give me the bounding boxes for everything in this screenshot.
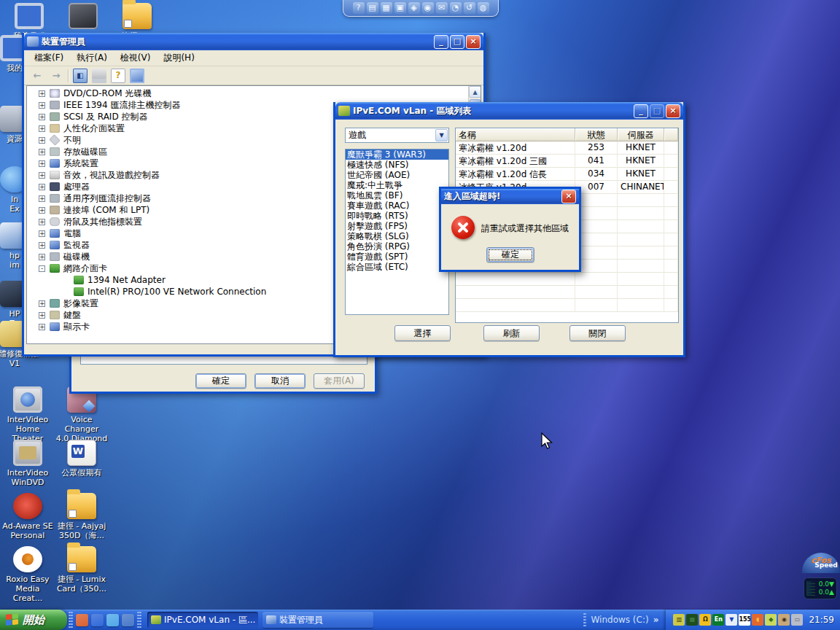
help-icon[interactable]: ? [353, 2, 365, 14]
tree-expander-icon[interactable]: + [39, 324, 45, 330]
close-icon[interactable]: × [561, 190, 576, 203]
help-icon[interactable]: ? [111, 69, 125, 83]
table-row[interactable]: 寒冰霸權 v1.20d 信長034HKNET [456, 168, 678, 181]
game-list-item[interactable]: 極速快感 (NFS) [346, 160, 448, 170]
menu-item[interactable]: 檢視(V) [114, 50, 157, 66]
shortcut-lumix-folder-icon[interactable]: 捷徑 - LumixCard（350... [54, 546, 109, 594]
chevron-down-icon[interactable]: ▼ [435, 129, 448, 141]
game-list-item[interactable]: 即時戰略 (RTS) [346, 211, 448, 221]
tree-expander-icon[interactable]: + [39, 230, 45, 237]
tree-expander-icon[interactable]: + [39, 184, 45, 190]
game-list-item[interactable]: 射擊遊戲 (FPS) [346, 221, 448, 231]
chevron-expand-icon[interactable]: » [653, 615, 659, 625]
tree-expander-icon[interactable]: + [39, 300, 45, 307]
tree-expander-icon[interactable]: + [39, 114, 45, 120]
drive-toolbar-label[interactable]: Windows (C:) [591, 615, 648, 625]
phone-icon[interactable]: ◍ [478, 2, 489, 14]
speaker-tray-icon[interactable]: ◉ [778, 614, 790, 626]
show-panel-icon[interactable]: ◧ [73, 69, 88, 83]
v7-tray-icon[interactable]: ▼ [726, 614, 737, 626]
shortcut-aajyaj-folder-icon[interactable]: 捷徑 - Aajyaj350D（海... [54, 493, 109, 540]
minimize-button[interactable]: _ [434, 35, 448, 49]
game-category-dropdown[interactable]: 遊戲 ▼ [345, 128, 449, 143]
tree-expander-icon[interactable]: + [39, 242, 45, 249]
task-button[interactable]: IPvE.COM vLan - 區... [147, 612, 258, 628]
voice-changer-icon[interactable]: Voice Changer4.0 Diamond [54, 386, 109, 443]
task-button[interactable]: 裝置管理員 [262, 612, 373, 628]
tree-expander-icon[interactable]: + [39, 160, 45, 167]
tree-expander-icon[interactable]: + [39, 137, 45, 144]
drive-icon[interactable]: ▤ [367, 2, 378, 14]
close-button[interactable]: × [466, 35, 481, 49]
ok-button[interactable]: 確定 [486, 247, 534, 262]
game-list-item[interactable]: 戰地風雲 (BF) [346, 190, 448, 201]
forward-icon[interactable]: → [49, 69, 63, 83]
browser-icon[interactable]: ◔ [450, 2, 462, 14]
game-list-item[interactable]: 世紀帝國 (AOE) [346, 170, 448, 180]
tree-expander-icon[interactable]: + [39, 207, 45, 214]
tree-expander-icon[interactable]: + [39, 125, 45, 132]
cfos-traffic-gauge[interactable]: 0.0▼ 0.0▲ [804, 578, 837, 599]
game-list-item[interactable]: 賽車遊戲 (RAC) [346, 201, 448, 211]
table-row[interactable]: 寒冰霸權 v1.20d 三國041HKNET [456, 155, 678, 168]
back-icon[interactable]: ← [30, 69, 44, 83]
fish-tray-icon[interactable]: ◖ [752, 614, 763, 626]
cfos-speed-widget[interactable]: cFos Speed [802, 553, 840, 573]
lang-en-indicator[interactable]: En [712, 614, 724, 626]
column-header[interactable]: 伺服器 [618, 128, 664, 141]
game-list-item[interactable]: 綜合區域 (ETC) [346, 262, 448, 272]
close-button[interactable]: × [666, 104, 680, 118]
minimize-button[interactable]: _ [634, 104, 648, 118]
toolbar-grip[interactable] [583, 612, 586, 627]
game-list-item[interactable]: 角色扮演 (RPG) [346, 241, 448, 252]
column-header[interactable] [664, 128, 678, 141]
close-button[interactable]: 關閉 [569, 325, 626, 341]
table-row[interactable]: 寒冰霸權 v1.20d253HKNET [456, 141, 678, 155]
printer-tray-icon[interactable]: ▭ [791, 614, 803, 626]
tree-expander-icon[interactable]: + [39, 90, 45, 97]
print-icon[interactable] [92, 69, 106, 83]
media-player-icon[interactable]: ◉ [422, 2, 434, 14]
camera-icon[interactable]: ◈ [408, 2, 420, 14]
menu-item[interactable]: 檔案(F) [28, 50, 69, 66]
computer-icon[interactable] [130, 69, 144, 83]
refresh-button[interactable]: 刷新 [483, 325, 540, 341]
ok-button[interactable]: 確定 [195, 373, 246, 389]
maximize-button[interactable]: □ [450, 35, 464, 49]
nvidia-tray-icon[interactable]: ◆ [765, 614, 777, 626]
column-header[interactable]: 狀態 [575, 128, 618, 141]
intervideo-windvd-icon[interactable]: InterVideoWinDVD [0, 440, 55, 487]
tree-expander-icon[interactable]: + [39, 102, 45, 109]
mail-icon[interactable]: ✉ [436, 2, 448, 14]
game-list-item[interactable]: 策略戰棋 (SLG) [346, 231, 448, 241]
intervideo-home-theater-icon[interactable]: InterVideoHome Theater [0, 386, 55, 443]
grid-tray-icon[interactable]: ▦ [686, 614, 698, 626]
notes-icon[interactable]: ▦ [381, 2, 392, 14]
menu-item[interactable]: 執行(A) [71, 50, 113, 66]
game-list-item[interactable]: 魔戒:中土戰爭 [346, 180, 448, 190]
menu-item[interactable]: 說明(H) [158, 50, 200, 66]
tree-expander-icon[interactable]: - [39, 265, 45, 272]
media-quicklaunch-icon[interactable] [76, 614, 88, 626]
adaware-icon[interactable]: Ad-Aware SEPersonal [0, 493, 55, 540]
tree-expander-icon[interactable]: + [39, 254, 45, 260]
device-tree-item[interactable]: +DVD/CD-ROM 光碟機 [28, 88, 467, 99]
counter-155-icon[interactable]: 155 [739, 614, 750, 626]
vlan-tray-icon[interactable]: ▥ [673, 614, 685, 626]
tree-expander-icon[interactable]: + [39, 172, 45, 179]
vlan-titlebar[interactable]: IPvE.COM vLan - 區域列表 _ □ × [335, 102, 683, 120]
device-manager-titlebar[interactable]: 裝置管理員 _ □ × [24, 33, 483, 50]
column-header[interactable]: 名稱 [456, 128, 575, 141]
start-button[interactable]: 開始 [0, 610, 67, 630]
game-list-item[interactable]: 魔獸爭霸 3 (WAR3) [346, 149, 448, 160]
cancel-button[interactable]: 取消 [254, 373, 306, 389]
cfos-tray-icon[interactable]: Ω [699, 614, 711, 626]
select-button[interactable]: 選擇 [394, 325, 451, 341]
top-dock-toolbar[interactable]: ?▤▦▣◈◉✉◔↺◍ [343, 0, 499, 17]
roxio-icon[interactable]: Roxio EasyMedia Creat... [0, 546, 55, 603]
browser-quicklaunch-icon[interactable] [106, 614, 119, 626]
photo-icon[interactable]: ▣ [394, 2, 406, 14]
show-desktop-icon[interactable] [122, 614, 134, 626]
tree-expander-icon[interactable]: + [39, 312, 45, 319]
scroll-up-icon[interactable]: ▲ [469, 86, 481, 98]
